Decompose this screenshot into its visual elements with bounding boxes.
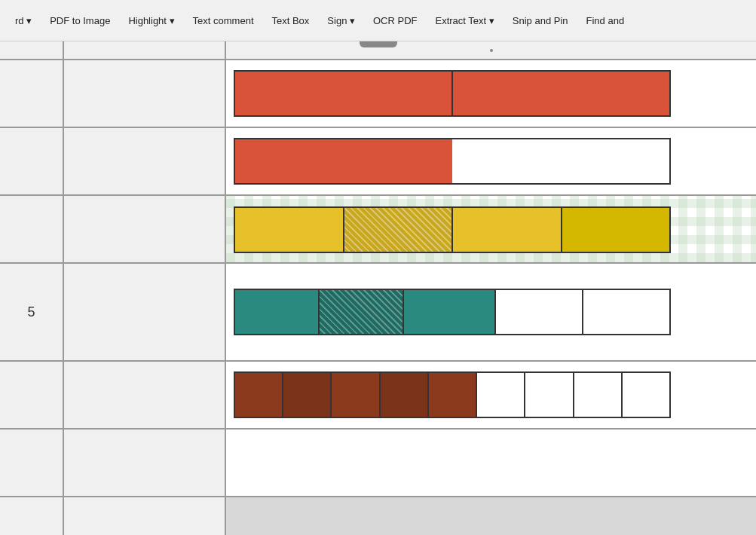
row-3-container (226, 196, 756, 264)
row-num-6 (0, 430, 63, 497)
dot-indicator (490, 49, 493, 52)
row-number-sidebar: 5 (0, 41, 64, 535)
bar-2-segment-white (452, 139, 669, 183)
bar-4-seg-2 (320, 290, 402, 334)
row-num-3 (0, 196, 63, 264)
bar-4-container (234, 289, 671, 335)
pdf-to-image-button[interactable]: PDF to Image (41, 0, 119, 41)
main-content: 5 (0, 41, 756, 535)
center-cell-5 (64, 362, 225, 430)
bar-2-segment-red (235, 139, 452, 183)
bar-5-seg-6 (477, 373, 524, 417)
center-cell-6 (64, 430, 225, 497)
bar-5-seg-7 (525, 373, 572, 417)
sign-button[interactable]: Sign ▾ (318, 0, 364, 41)
bar-4-seg-3 (404, 290, 494, 334)
bar-5-seg-9 (623, 373, 669, 417)
bar-5-seg-5 (429, 373, 476, 417)
center-cell-3 (64, 196, 225, 264)
chart-header (226, 41, 756, 60)
row-num-4: 5 (0, 264, 63, 362)
bar-1-segment-1 (235, 72, 451, 115)
bar-4-seg-4 (496, 290, 582, 334)
center-cell-4 (64, 264, 225, 362)
center-column (64, 41, 226, 535)
text-box-button[interactable]: Text Box (263, 0, 319, 41)
bar-5-seg-3 (332, 373, 378, 417)
bar-3-container (234, 206, 671, 253)
ocr-pdf-button[interactable]: OCR PDF (364, 0, 427, 41)
bar-3-seg-2 (344, 208, 452, 252)
extract-text-button[interactable]: Extract Text ▾ (427, 0, 503, 41)
bar-1-segment-2 (453, 72, 669, 115)
bar-3-seg-3 (453, 208, 561, 252)
bar-3-seg-4 (562, 208, 670, 252)
page-tab-indicator (360, 41, 397, 47)
center-header (64, 41, 225, 60)
bar-row-1 (226, 60, 756, 128)
find-and-button[interactable]: Find and (577, 0, 634, 41)
center-cell-2 (64, 128, 225, 196)
highlight-button[interactable]: Highlight ▾ (119, 0, 183, 41)
bar-2-container (234, 138, 671, 185)
bar-1-container (234, 70, 671, 117)
toolbar: rd ▾ PDF to Image Highlight ▾ Text comme… (0, 0, 756, 41)
bar-row-2 (226, 128, 756, 196)
row-num-2 (0, 128, 63, 196)
bar-3-seg-1 (235, 208, 343, 252)
bar-row-5 (226, 362, 756, 430)
rd-dropdown-button[interactable]: rd ▾ (6, 0, 41, 41)
center-cell-1 (64, 60, 225, 128)
snip-pin-button[interactable]: Snip and Pin (503, 0, 577, 41)
bar-5-seg-2 (283, 373, 330, 417)
bar-5-seg-1 (235, 373, 282, 417)
bar-row-4 (226, 264, 756, 362)
bar-chart-area (226, 41, 756, 535)
header-spacer (0, 41, 63, 60)
bar-5-seg-4 (381, 373, 427, 417)
row-num-5 (0, 362, 63, 430)
bar-5-seg-8 (574, 373, 621, 417)
bar-4-seg-1 (235, 290, 318, 334)
row-num-1 (0, 60, 63, 128)
bar-4-seg-5 (583, 290, 669, 334)
bar-5-container (234, 371, 671, 418)
bar-row-6 (226, 430, 756, 497)
text-comment-button[interactable]: Text comment (184, 0, 263, 41)
